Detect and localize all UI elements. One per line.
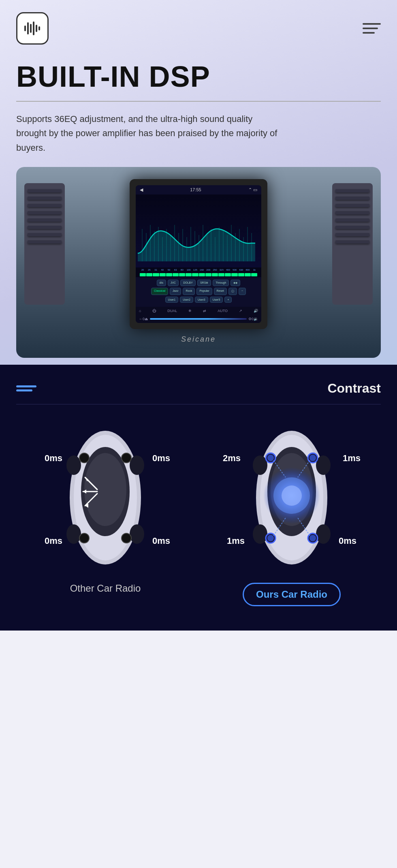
vent-slat — [335, 204, 369, 207]
arrows-icon: ⇌ — [203, 309, 206, 313]
screen-status-bar: ◀ 17:55 ⌃ ▭ — [136, 185, 261, 195]
user3-btn[interactable]: User3 — [195, 297, 208, 303]
eq-icon-btn[interactable]: ◈◈ — [231, 280, 240, 286]
contrast-line-2 — [16, 389, 32, 391]
other-car-caption: Other Car Radio — [70, 583, 141, 594]
back-btn[interactable]: ← — [139, 317, 143, 321]
eq-frequency-labels: 20 25 31 40 50 63 80 100 125 160 200 250… — [136, 267, 261, 272]
jazz-btn[interactable]: Jazz — [170, 288, 181, 295]
audio-waveform-icon — [22, 18, 43, 38]
vent-slats-left — [24, 183, 65, 305]
svg-point-59 — [267, 455, 274, 461]
jvc-btn[interactable]: JVC — [168, 280, 179, 286]
ours-bottom-right-ms: 0ms — [339, 536, 356, 546]
contrast-header: Contrast — [16, 381, 381, 396]
user5-btn[interactable]: User5 — [210, 297, 223, 303]
hamburger-menu-icon[interactable] — [363, 23, 381, 34]
title-divider — [16, 101, 381, 102]
back-icon: ◀ — [140, 187, 143, 192]
svg-point-43 — [122, 453, 131, 463]
eq-buttons-area: dts JVC DOLBY SRS⊕ Through ◈◈ Classical … — [136, 277, 261, 307]
user1-btn[interactable]: User1 — [165, 297, 179, 303]
svg-point-56 — [253, 524, 267, 544]
svg-rect-5 — [38, 26, 40, 30]
volume-btn[interactable]: 🔉 — [254, 317, 258, 321]
slider-area[interactable] — [150, 318, 247, 320]
rock-btn[interactable]: Rock — [183, 288, 195, 295]
ours-car-caption-btn[interactable]: Ours Car Radio — [243, 583, 341, 606]
eq-mode-row: dts JVC DOLBY SRS⊕ Through ◈◈ — [139, 280, 258, 286]
eq-level-bars — [136, 272, 261, 277]
vent-slat — [335, 240, 369, 244]
vent-slat — [335, 226, 369, 229]
header-bar — [16, 12, 381, 45]
brand-label: Seicane — [28, 329, 369, 346]
vent-slat — [335, 211, 369, 214]
minus-btn[interactable]: − — [239, 288, 246, 295]
dashboard-image: ◀ 17:55 ⌃ ▭ — [16, 167, 381, 358]
home-btn[interactable]: ⌂ — [139, 309, 141, 313]
other-car-svg — [65, 425, 146, 571]
volume-icon: 🔊 — [254, 309, 258, 313]
cars-comparison: 0ms 0ms 0ms 0ms — [16, 421, 381, 606]
vent-slat — [28, 218, 62, 222]
svg-rect-1 — [27, 22, 29, 34]
screen-inner: ◀ 17:55 ⌃ ▭ — [136, 185, 261, 323]
eq-preset-row: Classical Jazz Rock Popular Reset ⓘ − — [139, 288, 258, 295]
contrast-divider — [16, 404, 381, 404]
ours-car-svg — [251, 425, 332, 571]
vent-right — [332, 183, 373, 305]
other-bottom-right-ms: 0ms — [152, 536, 170, 546]
reset-btn[interactable]: Reset — [214, 288, 227, 295]
other-top-left-ms: 0ms — [45, 453, 62, 464]
info-btn[interactable]: ⓘ — [228, 288, 237, 295]
dolby-btn[interactable]: DOLBY — [180, 280, 196, 286]
eq-wave-svg — [136, 221, 261, 261]
user2-btn[interactable]: User2 — [180, 297, 193, 303]
contrast-lines-icon — [16, 385, 36, 391]
svg-point-68 — [282, 485, 302, 506]
bottom-section: Contrast 0ms 0ms 0ms 0ms — [0, 365, 397, 631]
svg-point-42 — [79, 453, 89, 463]
svg-point-57 — [316, 524, 331, 544]
ours-top-right-ms: 1ms — [343, 453, 361, 464]
svg-rect-2 — [30, 24, 32, 33]
snowflake-icon: ❄ — [188, 309, 192, 313]
srs-btn[interactable]: SRS⊕ — [197, 280, 211, 286]
vent-slat — [28, 197, 62, 200]
other-top-right-ms: 0ms — [152, 453, 170, 464]
eq-display — [136, 195, 261, 267]
vent-slat — [335, 218, 369, 222]
ours-bottom-left-ms: 1ms — [227, 536, 245, 546]
svg-point-44 — [79, 533, 89, 543]
ours-car-column: 2ms 1ms 1ms 0ms — [203, 421, 381, 606]
eject-icon: ⏏ — [145, 317, 148, 321]
hamburger-line-2 — [363, 28, 378, 29]
add-btn[interactable]: + — [224, 297, 232, 303]
vent-slat — [28, 233, 62, 236]
svg-point-38 — [66, 455, 81, 475]
vent-slat — [28, 211, 62, 214]
ours-car-top-view: 2ms 1ms 1ms 0ms — [235, 421, 348, 575]
svg-point-37 — [84, 453, 126, 526]
contrast-title: Contrast — [327, 381, 381, 396]
through-btn[interactable]: Through — [213, 280, 229, 286]
popular-btn[interactable]: Popular — [196, 288, 212, 295]
classical-btn[interactable]: Classical — [151, 288, 168, 295]
svg-point-65 — [309, 535, 316, 541]
settings-icon[interactable]: ⚙ — [248, 317, 252, 321]
dual-label: DUAL — [167, 309, 177, 313]
ours-car-caption-wrapper: Ours Car Radio — [243, 583, 341, 606]
svg-rect-4 — [36, 25, 37, 32]
auto-label: AUTO — [218, 309, 228, 313]
arrow-right-icon: ↗ — [239, 309, 242, 313]
screen-bottom-controls: ⌂ ⏻ DUAL ❄ ⇌ AUTO ↗ 🔊 — [136, 307, 261, 315]
other-bottom-left-ms: 0ms — [45, 536, 62, 546]
dts-btn[interactable]: dts — [157, 280, 166, 286]
other-car-column: 0ms 0ms 0ms 0ms — [16, 421, 194, 594]
svg-rect-0 — [24, 26, 26, 31]
top-section: BUILT-IN DSP Supports 36EQ adjustment, a… — [0, 0, 397, 365]
power-btn[interactable]: ⏻ — [152, 309, 156, 313]
vent-slat — [28, 189, 62, 192]
status-icons: ⌃ ▭ — [248, 187, 257, 192]
